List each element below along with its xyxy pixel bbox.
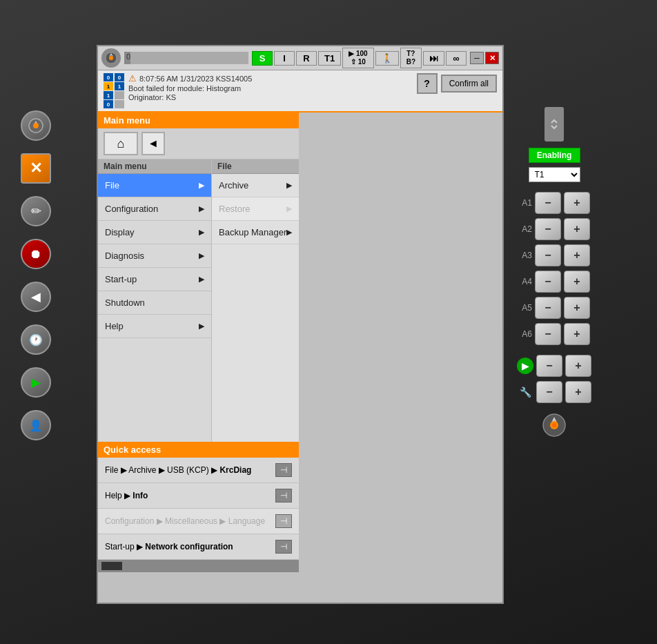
minimize-button[interactable]: ─ [470, 52, 484, 64]
quick-item-3-pin[interactable]: ⊣ [275, 540, 292, 554]
axis-a4-plus[interactable]: + [564, 271, 590, 293]
axis-a2-plus[interactable]: + [564, 218, 590, 240]
svg-point-7 [33, 123, 39, 128]
submenu-column: File Archive ▶ Restore ▶ Backup Manager … [212, 159, 299, 442]
left-btn-back[interactable]: ◀ [21, 282, 51, 312]
axes-section: A1 − + A2 − + A3 − + A4 − + A5 − [518, 192, 590, 345]
menu-item-display[interactable]: Display ▶ [98, 221, 211, 244]
warning-icon: ⚠ [128, 73, 137, 84]
axis-a1-minus[interactable]: − [535, 192, 561, 214]
bottom-indicator [101, 562, 122, 570]
submenu-item-backup[interactable]: Backup Manager ▶ [212, 221, 299, 244]
menu-item-file[interactable]: File ▶ [98, 174, 211, 197]
btn-walk[interactable]: 🚶 [375, 51, 399, 66]
ind-0-1: 0 [115, 73, 124, 81]
menu-item-startup[interactable]: Start-up ▶ [98, 268, 211, 291]
left-btn-close[interactable]: ✕ [21, 153, 51, 184]
quick-access-items: File ▶ Archive ▶ USB (KCP) ▶ KrcDiag ⊣ H… [98, 458, 299, 560]
axis-a1-plus[interactable]: + [564, 192, 590, 214]
right-panel: Enabling T1 T2 AUT EXT A1 − + A2 − + A3 [517, 107, 591, 440]
left-btn-record[interactable]: ⏺ [21, 239, 51, 269]
menu-item-configuration[interactable]: Configuration ▶ [98, 197, 211, 221]
confirm-all-button[interactable]: Confirm all [441, 75, 497, 92]
quick-item-2-text: Configuration ▶ Miscellaneous ▶ Language [105, 516, 265, 526]
back-button[interactable]: ◄ [141, 132, 165, 155]
close-button[interactable]: ✕ [485, 52, 499, 64]
left-btn-pencil[interactable]: ✏ [21, 196, 51, 226]
menu-item-diagnosis[interactable]: Diagnosis ▶ [98, 244, 211, 268]
tool-button[interactable]: 🔧 [517, 384, 533, 400]
axis-a4-minus[interactable]: − [535, 271, 561, 293]
menu-item-help[interactable]: Help ▶ [98, 315, 211, 338]
home-button[interactable]: ⌂ [104, 132, 138, 155]
btn-inf[interactable]: ∞ [446, 51, 467, 66]
axis-a5-minus[interactable]: − [535, 297, 561, 319]
svg-point-1 [109, 56, 113, 60]
ind-0-0: 0 [104, 73, 113, 81]
axis-label-a6: A6 [518, 329, 532, 339]
quick-item-2[interactable]: Configuration ▶ Miscellaneous ▶ Language… [98, 509, 299, 534]
status-messages: ⚠ 8:07:56 AM 1/31/2023 KSS14005 Boot fai… [128, 73, 252, 101]
ind-3-1 [115, 100, 124, 108]
svg-point-5 [552, 423, 556, 427]
axis-label-a2: A2 [518, 224, 532, 234]
axis-label-a1: A1 [518, 198, 532, 208]
btn-tool[interactable]: T? B? [400, 48, 422, 68]
axis-label-a3: A3 [518, 251, 532, 260]
btn-play-speed[interactable]: ▶ 100 ⇧ 10 [342, 48, 373, 68]
bottom-status-bar [98, 560, 299, 572]
axis-a3-plus[interactable]: + [564, 244, 590, 266]
tool-plus[interactable]: + [565, 381, 591, 403]
left-btn-logo[interactable] [21, 110, 51, 141]
quick-item-0-text: File ▶ Archive ▶ USB (KCP) ▶ KrcDiag [105, 465, 251, 475]
menu-arrow-file: ▶ [199, 181, 204, 190]
axis-a5-plus[interactable]: + [564, 297, 590, 319]
quick-item-3[interactable]: Start-up ▶ Network configuration ⊣ [98, 534, 299, 560]
menu-arrow-display: ▶ [199, 228, 204, 237]
play-button[interactable]: ▶ [517, 358, 533, 374]
axis-row-a1: A1 − + [518, 192, 590, 214]
indicator-column: 0 0 1 1 1 0 [104, 73, 124, 108]
play-plus[interactable]: + [565, 355, 591, 377]
submenu-item-restore[interactable]: Restore ▶ [212, 197, 299, 221]
scroll-button[interactable] [545, 107, 564, 142]
axis-a6-plus[interactable]: + [564, 323, 590, 345]
axis-row-a3: A3 − + [518, 244, 590, 266]
robot-panel: 0 S I R T1 ▶ 100 ⇧ 10 🚶 T? B? ⏭ ∞ ─ ✕ [0, 0, 657, 644]
play-minus[interactable]: − [536, 355, 562, 377]
enabling-button[interactable]: Enabling [529, 148, 580, 163]
quick-item-0-pin[interactable]: ⊣ [275, 463, 292, 477]
quick-item-1[interactable]: Help ▶ Info ⊣ [98, 483, 299, 509]
axis-a2-minus[interactable]: − [535, 218, 561, 240]
submenu-item-archive[interactable]: Archive ▶ [212, 174, 299, 197]
btn-t1[interactable]: T1 [318, 51, 341, 66]
mode-select[interactable]: T1 T2 AUT EXT [529, 167, 580, 182]
left-btn-clock[interactable]: 🕐 [21, 324, 51, 355]
enabling-section: Enabling T1 T2 AUT EXT [529, 148, 580, 182]
left-btn-empty1 [21, 453, 51, 483]
btn-skip[interactable]: ⏭ [423, 51, 444, 66]
tool-minus[interactable]: − [536, 381, 562, 403]
axis-row-a5: A5 − + [518, 297, 590, 319]
left-btn-empty4 [21, 581, 51, 612]
menu-item-shutdown[interactable]: Shutdown [98, 291, 211, 315]
nav-row: ⌂ ◄ [98, 128, 299, 159]
quick-item-0[interactable]: File ▶ Archive ▶ USB (KCP) ▶ KrcDiag ⊣ [98, 458, 299, 483]
left-buttons: ✕ ✏ ⏺ ◀ 🕐 ▶ 👤 [21, 110, 51, 612]
axis-row-a6: A6 − + [518, 323, 590, 345]
toolbar: S I R T1 ▶ 100 ⇧ 10 🚶 T? B? ⏭ ∞ [252, 48, 467, 68]
axis-row-a4: A4 − + [518, 271, 590, 293]
left-btn-user[interactable]: 👤 [21, 410, 51, 440]
quick-item-2-pin[interactable]: ⊣ [275, 514, 292, 528]
left-btn-play[interactable]: ▶ [21, 367, 51, 398]
btn-r[interactable]: R [296, 51, 317, 66]
app-logo [101, 48, 121, 68]
help-button[interactable]: ? [417, 73, 438, 94]
axis-a3-minus[interactable]: − [535, 244, 561, 266]
ind-3-0: 0 [104, 100, 113, 108]
quick-item-1-pin[interactable]: ⊣ [275, 489, 292, 502]
btn-s[interactable]: S [252, 51, 273, 66]
btn-i[interactable]: I [274, 51, 295, 66]
axis-a6-minus[interactable]: − [535, 323, 561, 345]
submenu-arrow-backup: ▶ [286, 228, 292, 237]
